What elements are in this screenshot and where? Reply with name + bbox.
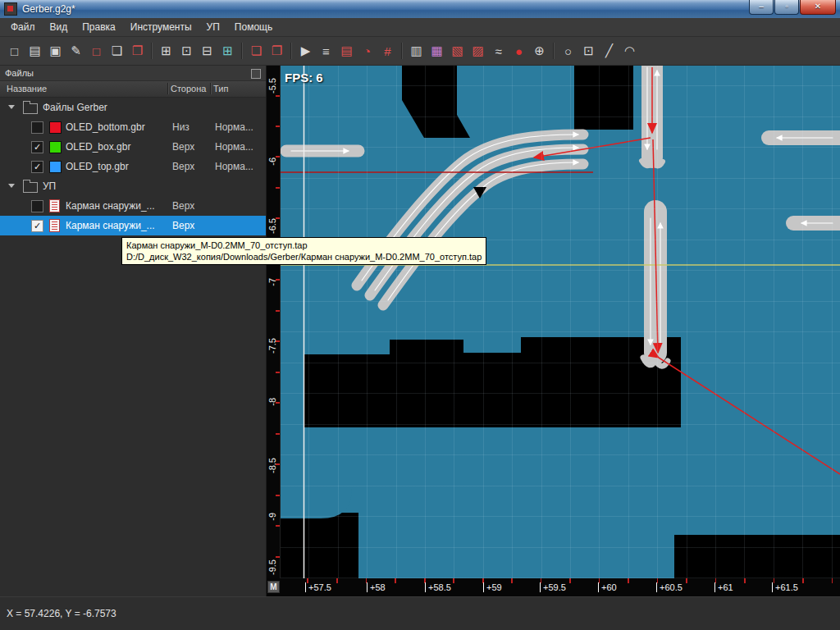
title-bar[interactable]: Gerber.g2g* – ▫ ✕ bbox=[0, 0, 840, 18]
expander-icon[interactable] bbox=[8, 184, 15, 188]
drill-map-icon[interactable]: # bbox=[377, 41, 398, 62]
h-ruler-label: +61 bbox=[714, 582, 733, 592]
layer-color-swatch[interactable] bbox=[49, 141, 62, 153]
menu-nc[interactable]: УП bbox=[199, 19, 227, 35]
layers-icon[interactable]: ▥ bbox=[406, 41, 427, 62]
report-icon[interactable]: ≡ bbox=[316, 41, 336, 62]
file-name: OLED_box.gbr bbox=[66, 141, 130, 153]
nc-file-icon bbox=[49, 219, 60, 232]
rect-tool-icon[interactable]: ⊡ bbox=[578, 41, 599, 62]
file-side: Верх bbox=[172, 161, 194, 172]
v-ruler-label: -7 bbox=[267, 278, 277, 286]
job-document-icon[interactable]: ▤ bbox=[336, 41, 357, 62]
file-side: Верх bbox=[172, 141, 194, 153]
file-row-pocket-1[interactable]: Карман снаружи_... Верх bbox=[0, 196, 266, 216]
record-point-icon[interactable]: ● bbox=[509, 41, 529, 62]
center-view-icon[interactable]: ⊕ bbox=[529, 41, 550, 62]
column-side[interactable]: Сторона bbox=[171, 84, 206, 94]
file-tooltip: Карман снаружи_M-D0.2MM_70_отступ.tap D:… bbox=[121, 237, 486, 265]
file-type: Норма... bbox=[215, 161, 253, 172]
file-row-oled-top[interactable]: OLED_top.gbr Верх Норма... bbox=[0, 157, 266, 176]
tool-wheel-icon[interactable]: ◔ bbox=[357, 41, 377, 62]
new-file-icon[interactable]: □ bbox=[4, 41, 25, 62]
files-panel-title: Файлы bbox=[0, 66, 266, 80]
fit-region-icon[interactable]: ⊞ bbox=[217, 41, 238, 62]
vertical-ruler[interactable]: -5.5-6-6.5-7-7.5-8-8.5-9-9.5 bbox=[267, 66, 281, 578]
run-job-icon[interactable]: ▶ bbox=[295, 41, 316, 62]
tooltip-filename: Карман снаружи_M-D0.2MM_70_отступ.tap bbox=[126, 240, 482, 251]
expander-icon[interactable] bbox=[8, 105, 15, 109]
column-header[interactable]: Название Сторона Тип bbox=[0, 81, 266, 98]
wave-tool-icon[interactable]: ≈ bbox=[488, 41, 509, 62]
paste-icon[interactable]: ❐ bbox=[127, 41, 148, 62]
h-ruler-label: +58.5 bbox=[425, 582, 451, 592]
column-divider[interactable] bbox=[210, 83, 212, 94]
crop-region-icon[interactable]: ⊡ bbox=[176, 41, 197, 62]
open-folder-icon[interactable]: ▤ bbox=[25, 41, 45, 62]
layer-positive-icon[interactable]: ▨ bbox=[468, 41, 488, 62]
v-ruler-label: -6.5 bbox=[267, 218, 277, 234]
save-icon[interactable]: ▣ bbox=[45, 41, 66, 62]
circle-tool-icon[interactable]: ○ bbox=[558, 41, 578, 62]
file-row-oled-bottom[interactable]: OLED_bottom.gbr Низ Норма... bbox=[0, 117, 266, 137]
v-ruler-label: -9 bbox=[267, 513, 277, 521]
expand-region-icon[interactable]: ⊟ bbox=[197, 41, 217, 62]
h-ruler-label: +58 bbox=[367, 582, 386, 592]
layer-mask-icon[interactable]: ▦ bbox=[427, 41, 447, 62]
v-ruler-label: -8.5 bbox=[267, 458, 277, 473]
layer-color-swatch[interactable] bbox=[49, 161, 62, 173]
toolbar-separator bbox=[241, 43, 243, 59]
horizontal-ruler[interactable]: M +57.5+58+58.5+59+59.5+60+60.5+61+61.5 bbox=[267, 578, 840, 596]
visibility-checkbox[interactable] bbox=[31, 161, 43, 173]
toolbar-separator bbox=[401, 43, 403, 59]
fps-counter: FPS: 6 bbox=[285, 71, 323, 84]
merge-paste-icon[interactable]: ❐ bbox=[267, 41, 287, 62]
line-tool-icon[interactable]: ╱ bbox=[599, 41, 619, 62]
minimize-button[interactable]: – bbox=[749, 0, 774, 15]
visibility-checkbox[interactable] bbox=[31, 200, 43, 212]
close-button[interactable]: ✕ bbox=[800, 0, 836, 15]
board-canvas[interactable]: -5.5-6-6.5-7-7.5-8-8.5-9-9.5 FPS: 6 M +5… bbox=[267, 66, 840, 596]
toolbar-separator bbox=[151, 43, 153, 59]
toolbar-separator bbox=[290, 43, 292, 59]
copper-layer bbox=[280, 66, 840, 578]
close-file-icon[interactable]: □ bbox=[86, 41, 107, 62]
menu-edit[interactable]: Правка bbox=[75, 19, 123, 35]
menu-file[interactable]: Файл bbox=[3, 19, 43, 35]
menu-tools[interactable]: Инструменты bbox=[123, 19, 199, 35]
tooltip-filepath: D:/D_диск_W32_копия/Downloads/Gerber/Кар… bbox=[126, 251, 482, 262]
column-name[interactable]: Название bbox=[7, 84, 47, 94]
menu-help[interactable]: Помощь bbox=[227, 19, 280, 35]
menu-view[interactable]: Вид bbox=[43, 19, 75, 35]
h-ruler-label: +59 bbox=[483, 582, 502, 592]
column-divider[interactable] bbox=[167, 83, 169, 94]
group-label: Файлы Gerber bbox=[43, 102, 107, 113]
tree-group-nc[interactable]: УП bbox=[0, 176, 266, 196]
file-row-oled-box[interactable]: OLED_box.gbr Верх Норма... bbox=[0, 137, 266, 157]
maximize-button[interactable]: ▫ bbox=[774, 0, 799, 15]
board-viewport[interactable] bbox=[267, 66, 840, 578]
layer-color-swatch[interactable] bbox=[49, 121, 62, 134]
toolbar-separator bbox=[553, 43, 555, 59]
column-type[interactable]: Тип bbox=[213, 84, 228, 94]
files-panel: Файлы Название Сторона Тип Файлы Gerber … bbox=[0, 66, 267, 596]
units-button[interactable]: M bbox=[267, 581, 280, 593]
h-ruler-label: +60 bbox=[598, 582, 617, 592]
visibility-checkbox[interactable] bbox=[31, 220, 43, 232]
visibility-checkbox[interactable] bbox=[31, 121, 43, 134]
app-window: { "window": { "title": "Gerber.g2g*", "m… bbox=[0, 0, 840, 630]
v-ruler-label: -7.5 bbox=[267, 338, 277, 354]
arc-tool-icon[interactable]: ◠ bbox=[619, 41, 640, 62]
panel-detach-icon[interactable] bbox=[251, 69, 261, 79]
visibility-checkbox[interactable] bbox=[31, 141, 43, 153]
tree-group-gerber[interactable]: Файлы Gerber bbox=[0, 98, 266, 117]
file-row-pocket-2-selected[interactable]: Карман снаружи_... Верх bbox=[0, 216, 266, 235]
v-ruler-label: -8 bbox=[267, 398, 277, 406]
edit-file-icon[interactable]: ✎ bbox=[66, 41, 86, 62]
v-ruler-label: -9.5 bbox=[267, 559, 277, 575]
folder-icon bbox=[23, 182, 38, 193]
copy-icon[interactable]: ❏ bbox=[107, 41, 127, 62]
select-region-icon[interactable]: ⊞ bbox=[156, 41, 176, 62]
merge-copy-icon[interactable]: ❏ bbox=[246, 41, 267, 62]
layer-negative-icon[interactable]: ▧ bbox=[447, 41, 468, 62]
